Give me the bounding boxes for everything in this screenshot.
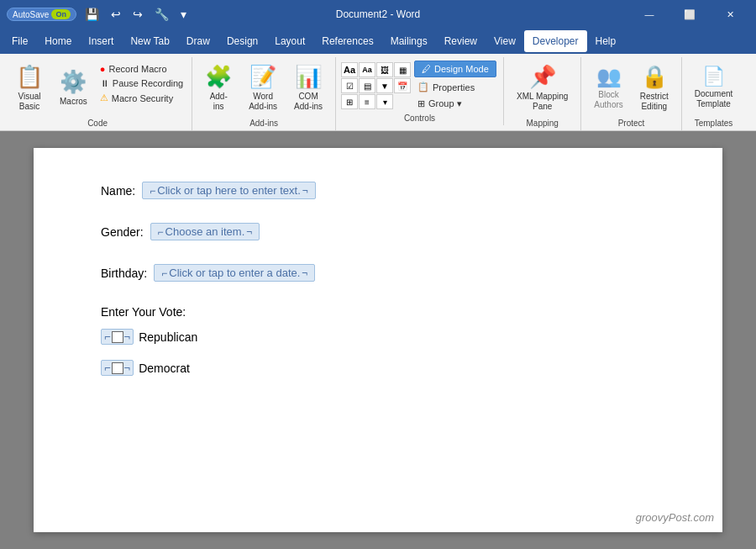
design-mode-label: Design Mode (434, 64, 489, 74)
xml-mapping-icon: 📌 (529, 64, 556, 90)
menu-review[interactable]: Review (436, 30, 486, 52)
democrat-label: Democrat (139, 362, 190, 375)
design-mode-icon: 🖊 (422, 64, 431, 74)
macros-button[interactable]: ⚙️ Macros (52, 59, 95, 116)
visual-basic-button[interactable]: 📋 VisualBasic (8, 59, 50, 116)
restrict-editing-button[interactable]: 🔒 RestrictEditing (633, 59, 676, 116)
menu-home[interactable]: Home (36, 30, 80, 52)
properties-button[interactable]: 📋 Properties (414, 80, 496, 94)
menu-developer[interactable]: Developer (524, 30, 587, 52)
maximize-button[interactable]: ⬜ (670, 0, 709, 29)
restrict-editing-label: RestrictEditing (640, 92, 669, 112)
word-add-ins-button[interactable]: 📝 WordAdd-ins (241, 59, 285, 116)
macros-label: Macros (60, 97, 87, 107)
menu-new-tab[interactable]: New Tab (122, 30, 177, 52)
birthday-label: Birthday: (101, 267, 147, 280)
com-add-ins-button[interactable]: 📊 COMAdd-ins (286, 59, 330, 116)
word-add-ins-icon: 📝 (249, 64, 276, 90)
minimize-button[interactable]: — (630, 0, 669, 29)
word-add-ins-label: WordAdd-ins (249, 92, 277, 112)
add-ins-button[interactable]: 🧩 Add-ins (197, 59, 239, 116)
protect-group-label: Protect (586, 116, 675, 130)
properties-icon: 📋 (417, 82, 429, 92)
bracket-left-2: ⌐ (104, 362, 111, 374)
bracket-right-2: ¬ (124, 362, 131, 374)
democrat-option: ⌐ ¬ Democrat (101, 360, 655, 376)
record-macro-label: Record Macro (108, 64, 166, 74)
date-ctrl-btn[interactable]: 📅 (394, 78, 411, 93)
menu-layout[interactable]: Layout (266, 30, 313, 52)
gender-placeholder: Choose an item. (165, 225, 245, 238)
macro-security-button[interactable]: ⚠ Macro Security (97, 91, 186, 105)
close-button[interactable]: ✕ (711, 0, 749, 29)
image-control-btn[interactable]: 🖼 (376, 62, 393, 77)
menu-draw[interactable]: Draw (178, 30, 218, 52)
group-button[interactable]: ⊞ Group ▾ (414, 97, 496, 111)
record-macro-button[interactable]: ● Record Macro (97, 62, 186, 76)
birthday-placeholder: Click or tap to enter a date. (169, 267, 300, 279)
customize-icon[interactable]: 🔧 (151, 6, 172, 23)
name-row: Name: Click or tap here to enter text. (101, 182, 655, 199)
controls-group-label: Controls (341, 111, 498, 125)
legacy-ctrl-btn[interactable]: ⊞ (341, 94, 358, 109)
ctrl-extra1[interactable]: ≡ (359, 94, 375, 109)
templates-group-label: Templates (687, 116, 741, 130)
menu-references[interactable]: References (313, 30, 381, 52)
pause-recording-label: Pause Recording (113, 78, 183, 88)
name-field[interactable]: Click or tap here to enter text. (142, 182, 316, 199)
ribbon-group-templates: 📄 DocumentTemplate Templates (682, 57, 746, 130)
menu-file[interactable]: File (3, 30, 36, 52)
ribbon-group-mapping: 📌 XML MappingPane Mapping (504, 57, 581, 130)
pause-recording-button[interactable]: ⏸ Pause Recording (97, 77, 186, 90)
combo-ctrl-btn[interactable]: ▤ (359, 78, 375, 93)
add-ins-icon: 🧩 (205, 64, 232, 90)
code-group-content: 📋 VisualBasic ⚙️ Macros ● Record Macro ⏸… (8, 59, 186, 116)
text-control-aa2-btn[interactable]: Aa (359, 62, 375, 77)
title-bar-left: AutoSave On 💾 ↩ ↪ 🔧 ▾ (7, 6, 190, 23)
dropdown-ctrl-btn[interactable]: ▼ (376, 78, 393, 93)
code-group-label: Code (8, 116, 186, 130)
protect-group-content: 👥 BlockAuthors 🔒 RestrictEditing (586, 59, 675, 116)
design-mode-button[interactable]: 🖊 Design Mode (414, 61, 496, 77)
redo-icon[interactable]: ↪ (129, 6, 146, 23)
republican-checkbox-wrapper: ⌐ ¬ (101, 329, 134, 345)
warning-icon: ⚠ (100, 92, 108, 103)
democrat-checkbox[interactable] (112, 362, 123, 374)
checkbox-ctrl-btn[interactable]: ☑ (341, 78, 358, 93)
name-label: Name: (101, 184, 135, 198)
block-authors-button[interactable]: 👥 BlockAuthors (586, 59, 630, 116)
ribbon-group-addins: 🧩 Add-ins 📝 WordAdd-ins 📊 COMAdd-ins Add… (192, 57, 336, 130)
text-control-aa-btn[interactable]: Aa (341, 62, 358, 77)
menu-mailings[interactable]: Mailings (382, 30, 436, 52)
ribbon: 📋 VisualBasic ⚙️ Macros ● Record Macro ⏸… (0, 54, 756, 131)
birthday-field[interactable]: Click or tap to enter a date. (154, 264, 315, 282)
com-add-ins-label: COMAdd-ins (294, 92, 323, 112)
gender-label: Gender: (101, 225, 144, 239)
birthday-row: Birthday: Click or tap to enter a date. (101, 264, 655, 282)
document-template-icon: 📄 (702, 66, 725, 87)
menu-insert[interactable]: Insert (80, 30, 122, 52)
menu-design[interactable]: Design (218, 30, 266, 52)
save-icon[interactable]: 💾 (81, 6, 102, 23)
dropdown-arrow-btn[interactable]: ▾ (376, 94, 393, 109)
watermark: groovyPost.com (636, 511, 714, 524)
document-template-button[interactable]: 📄 DocumentTemplate (687, 59, 741, 116)
gender-field[interactable]: Choose an item. (150, 223, 260, 240)
gender-row: Gender: Choose an item. (101, 223, 655, 240)
com-add-ins-icon: 📊 (295, 64, 322, 90)
autosave-toggle[interactable]: AutoSave On (7, 8, 76, 21)
republican-checkbox[interactable] (112, 331, 123, 343)
autosave-label: AutoSave (13, 10, 49, 19)
building-block-btn[interactable]: ▦ (394, 62, 411, 77)
group-label: Group ▾ (428, 98, 462, 109)
ribbon-group-controls: Aa Aa 🖼 ▦ ☑ ▤ ▼ 📅 ⊞ ≡ ▾ (336, 57, 504, 125)
document-page: Name: Click or tap here to enter text. G… (34, 148, 722, 532)
dropdown-icon[interactable]: ▾ (177, 6, 190, 23)
undo-icon[interactable]: ↩ (108, 6, 124, 23)
menu-view[interactable]: View (486, 30, 524, 52)
pause-icon: ⏸ (100, 78, 109, 88)
record-icon: ● (100, 64, 106, 74)
properties-label: Properties (433, 82, 475, 92)
xml-mapping-button[interactable]: 📌 XML MappingPane (509, 59, 575, 116)
menu-help[interactable]: Help (587, 30, 625, 52)
